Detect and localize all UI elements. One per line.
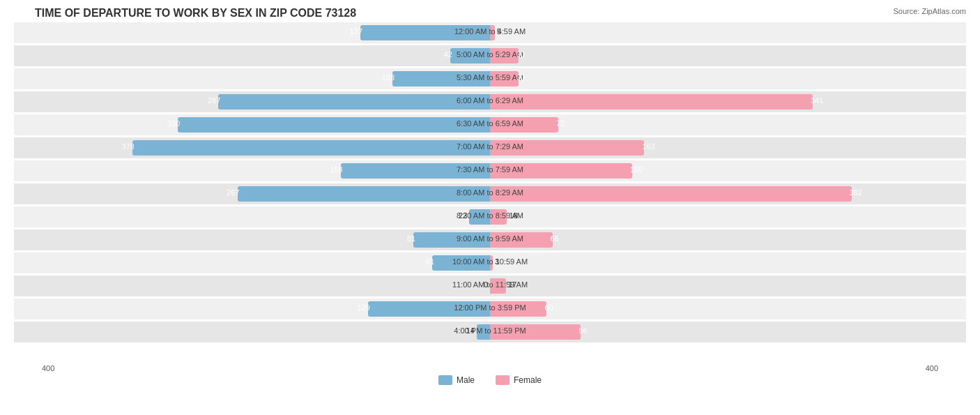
chart-title: TIME OF DEPARTURE TO WORK BY SEX IN ZIP … xyxy=(14,7,966,20)
row-label: 9:00 AM to 9:59 AM xyxy=(457,234,523,243)
val-female: 150 xyxy=(630,165,643,174)
val-male: 81 xyxy=(407,234,415,243)
row-label: 10:00 AM to 10:59 AM xyxy=(452,257,528,266)
bar-male xyxy=(132,140,490,156)
val-female: 3 xyxy=(495,257,499,266)
val-male: 137 xyxy=(350,27,362,36)
row-label: 7:00 AM to 7:29 AM xyxy=(457,142,523,151)
val-male: 158 xyxy=(330,165,342,174)
chart-source: Source: ZipAtlas.com xyxy=(893,7,966,15)
legend-female: Female xyxy=(496,375,542,385)
val-female: 341 xyxy=(811,96,823,105)
table-row: 9:00 AM to 9:59 AM8166 xyxy=(14,229,966,250)
table-row: 8:00 AM to 8:29 AM267382 xyxy=(14,183,966,204)
legend-female-label: Female xyxy=(514,375,542,385)
row-label: 7:30 AM to 7:59 AM xyxy=(457,165,523,174)
val-male: 103 xyxy=(382,73,395,82)
val-female: 30 xyxy=(516,73,525,82)
table-row: 12:00 AM to 4:59 AM1375 xyxy=(14,22,966,43)
table-row: 7:30 AM to 7:59 AM158150 xyxy=(14,160,966,181)
val-female: 72 xyxy=(556,119,565,128)
chart-container: TIME OF DEPARTURE TO WORK BY SEX IN ZIP … xyxy=(0,0,980,415)
val-female: 17 xyxy=(508,280,516,289)
row-label: 5:30 AM to 5:59 AM xyxy=(457,73,523,82)
row-label: 6:00 AM to 6:29 AM xyxy=(457,96,523,105)
val-male: 61 xyxy=(426,257,434,266)
legend-male-label: Male xyxy=(457,375,475,385)
table-row: 10:00 AM to 10:59 AM613 xyxy=(14,252,966,273)
row-label: 12:00 AM to 4:59 AM xyxy=(454,27,526,36)
table-row: 4:00 PM to 11:59 PM1496 xyxy=(14,322,966,342)
row-label: 8:00 AM to 8:29 AM xyxy=(457,188,523,197)
table-row: 7:00 AM to 7:29 AM378163 xyxy=(14,137,966,158)
row-label: 5:00 AM to 5:29 AM xyxy=(457,50,523,59)
bar-female xyxy=(490,186,852,202)
axis-label-left: 400 xyxy=(42,364,54,372)
val-male: 22 xyxy=(459,211,467,220)
val-female: 66 xyxy=(551,234,559,243)
val-male: 14 xyxy=(466,326,475,335)
bar-male xyxy=(238,186,490,202)
val-male: 287 xyxy=(208,96,220,105)
bar-female xyxy=(490,94,813,110)
val-female: 96 xyxy=(579,326,587,335)
table-row: 6:00 AM to 6:29 AM287341 xyxy=(14,91,966,112)
val-female: 30 xyxy=(516,50,525,59)
table-row: 11:00 AM to 11:59 AM017 xyxy=(14,276,966,296)
row-label: 12:00 PM to 3:59 PM xyxy=(454,303,526,312)
val-female: 60 xyxy=(544,303,553,312)
val-male: 0 xyxy=(484,280,488,289)
axis-label-right: 400 xyxy=(926,364,938,372)
table-row: 5:00 AM to 5:29 AM4230 xyxy=(14,45,966,66)
legend: Male Female xyxy=(14,375,966,385)
val-female: 5 xyxy=(497,27,501,36)
bar-male xyxy=(218,94,490,110)
row-label: 4:00 PM to 11:59 PM xyxy=(454,326,526,335)
val-male: 267 xyxy=(227,188,239,197)
chart-area: 12:00 AM to 4:59 AM13755:00 AM to 5:29 A… xyxy=(14,22,966,371)
bar-male xyxy=(178,117,490,133)
table-row: 12:00 PM to 3:59 PM12960 xyxy=(14,299,966,319)
val-male: 330 xyxy=(167,119,180,128)
val-female: 382 xyxy=(850,188,862,197)
table-row: 5:30 AM to 5:59 AM10330 xyxy=(14,68,966,89)
val-female: 163 xyxy=(642,142,654,151)
table-row: 8:30 AM to 8:59 AM2218 xyxy=(14,206,966,227)
val-female: 18 xyxy=(509,211,517,220)
legend-female-color xyxy=(496,375,510,385)
table-row: 6:30 AM to 6:59 AM33072 xyxy=(14,114,966,135)
val-male: 42 xyxy=(444,50,452,59)
row-label: 6:30 AM to 6:59 AM xyxy=(457,119,523,128)
legend-male: Male xyxy=(438,375,475,385)
legend-male-color xyxy=(438,375,452,385)
val-male: 378 xyxy=(122,142,135,151)
val-male: 129 xyxy=(358,303,370,312)
